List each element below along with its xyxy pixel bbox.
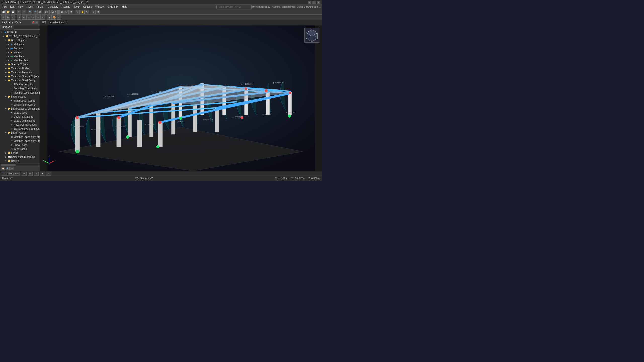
tree-item-effective-lengths[interactable]: ↕ Effective Lengths	[0, 82, 40, 86]
expand-loads[interactable]: ▶	[5, 152, 7, 154]
view-3d[interactable]: 3D	[41, 15, 45, 20]
tree-item-boundary[interactable]: ⊢ Boundary Conditions	[0, 86, 40, 90]
expand-model[interactable]: ▼	[2, 35, 5, 37]
tree-item-basic-objects[interactable]: ▼ 📁 Basic Objects	[0, 38, 40, 42]
zoom-in-button[interactable]: 🔍	[28, 10, 32, 14]
nav-pin-button[interactable]: 📌	[32, 21, 35, 24]
tree-item-snow-loads[interactable]: ❄ Snow Loads	[0, 143, 40, 147]
tree-item-load-cases[interactable]: ⚑ Load Cases	[0, 111, 40, 115]
tree-item-nodes[interactable]: ▶ ● Nodes	[0, 50, 40, 54]
expand-imp[interactable]: ▼	[5, 95, 7, 98]
tree-container[interactable]: ▼ ■ RSTAB8 ▼ 📁 001083_20170920-Halle_FUN…	[0, 30, 40, 164]
view-right[interactable]: R	[31, 15, 36, 20]
search-input[interactable]	[216, 5, 252, 9]
expand-mlsr[interactable]	[7, 91, 10, 94]
scroll-thumb-h[interactable]	[1, 164, 16, 166]
expand-lw[interactable]: ▼	[5, 131, 7, 134]
tree-item-local-imp[interactable]: 〰 Local Imperfections	[0, 103, 40, 107]
expand-snow[interactable]	[7, 144, 10, 146]
view-left[interactable]: L	[26, 15, 31, 20]
tree-item-imperfections[interactable]: ▼ 📁 Imperfections	[0, 95, 40, 99]
viewport-canvas[interactable]: q₀ = 1/300.000 q₀ = 1/250.000 q₀ = 1/300…	[40, 25, 322, 171]
menu-file[interactable]: File	[1, 5, 8, 9]
wireframe-button[interactable]: ⬡	[64, 10, 69, 14]
cube-navigator[interactable]: F L T	[304, 28, 319, 43]
tree-item-rstab8[interactable]: ▼ ■ RSTAB8	[0, 30, 40, 34]
expand-types-nodes[interactable]: ▶	[5, 67, 7, 70]
expand-mlf[interactable]	[7, 140, 10, 142]
expand-types-members[interactable]: ▶	[5, 71, 7, 74]
tree-item-types-special[interactable]: ▶ 📁 Types for Special Objects	[0, 74, 40, 78]
status-btn5[interactable]: ⊾	[46, 172, 51, 176]
tree-item-member-sets[interactable]: ▶ ≡ Member Sets	[0, 58, 40, 62]
view-back[interactable]: B	[22, 15, 26, 20]
close-button[interactable]: ✕	[317, 1, 320, 4]
expand-nodes[interactable]: ▶	[7, 51, 10, 54]
maximize-button[interactable]: □	[312, 1, 316, 4]
snap-button[interactable]: ⊕	[1, 15, 6, 20]
expand-types-steel[interactable]: ▼	[5, 79, 7, 82]
menu-cadbim[interactable]: CAD-BIM	[106, 5, 120, 9]
ic6-dropdown[interactable]: IC6 ▾	[50, 10, 58, 14]
lot-dropdown[interactable]: Lot	[44, 10, 50, 14]
menu-calculate[interactable]: Calculate	[46, 5, 60, 9]
pan-button[interactable]: ✋	[80, 10, 85, 14]
undo-button[interactable]: ↩	[17, 10, 21, 14]
rstab8-tab[interactable]: RSTAB8	[0, 25, 14, 30]
tree-item-mlsr[interactable]: ⊟ Member Local Section Reductions	[0, 90, 40, 95]
menu-edit[interactable]: Edit	[9, 5, 16, 9]
nav-eye-button[interactable]: 👁	[10, 167, 14, 170]
status-btn4[interactable]: ◈	[40, 172, 45, 176]
expand-cd[interactable]: ▶	[5, 156, 7, 158]
expand-boundary[interactable]	[7, 87, 10, 90]
expand-mla[interactable]	[7, 135, 10, 138]
tree-item-materials[interactable]: ▶ ◈ Materials	[0, 42, 40, 46]
tree-item-types-steel[interactable]: ▼ 📁 Types for Steel Design	[0, 78, 40, 82]
zoom-out-button[interactable]: 🔎	[33, 10, 37, 14]
expand-lcc[interactable]: ▼	[5, 107, 7, 110]
status-btn1[interactable]: ⊕	[22, 172, 27, 176]
grid-button[interactable]: ⊞	[6, 15, 10, 20]
viewport[interactable]: IC6 Imperfections [--]	[40, 20, 322, 171]
tree-item-member-loads-free[interactable]: 〜 Member Loads from Free Line Load	[0, 139, 40, 143]
label-button[interactable]: 🏷	[57, 15, 61, 20]
expand-materials[interactable]: ▶	[7, 43, 10, 46]
expand-sections[interactable]: ▶	[7, 47, 10, 50]
menu-help[interactable]: Help	[120, 5, 129, 9]
fit-button[interactable]: ⊞	[37, 10, 42, 14]
expand-imp-cases[interactable]	[7, 99, 10, 102]
tree-item-static-analysis[interactable]: ⚙ Static Analysis Settings	[0, 127, 40, 131]
tree-item-result-comb[interactable]: ⊗ Result Combinations	[0, 123, 40, 127]
tree-item-load-cases-comb[interactable]: ▼ 📁 Load Cases & Combinations	[0, 107, 40, 111]
tree-item-sections[interactable]: ▶ ▬ Sections	[0, 46, 40, 50]
view-top[interactable]: T	[36, 15, 41, 20]
expand-results[interactable]: ▼	[5, 160, 7, 162]
expand-rcomb[interactable]	[7, 123, 10, 126]
select-button[interactable]: ↖	[85, 10, 89, 14]
tree-item-types-nodes[interactable]: ▶ 📁 Types for Nodes	[0, 66, 40, 70]
expand-sa[interactable]	[7, 127, 10, 130]
minimize-button[interactable]: −	[308, 1, 311, 4]
tree-item-special[interactable]: ▶ 📁 Special Objects	[0, 62, 40, 66]
open-button[interactable]: 📂	[6, 10, 10, 14]
menu-tools[interactable]: Tools	[72, 5, 81, 9]
tree-item-load-comb[interactable]: ⊕ Load Combinations	[0, 119, 40, 123]
tree-item-wind-loads[interactable]: 🌬 Wind Loads	[0, 147, 40, 151]
expand-local-imp[interactable]	[7, 103, 10, 106]
menu-view[interactable]: View	[16, 5, 25, 9]
tree-item-calc-diagrams[interactable]: ▶ 📊 Calculation Diagrams	[0, 155, 40, 159]
rotate-button[interactable]: ↻	[75, 10, 80, 14]
expand-types-special[interactable]: ▶	[5, 75, 7, 78]
render-button[interactable]: ▣	[59, 10, 64, 14]
redo-button[interactable]: ↪	[22, 10, 26, 14]
tree-item-load-wizards[interactable]: ▼ 📁 Load Wizards	[0, 131, 40, 135]
menu-options[interactable]: Options	[82, 5, 93, 9]
new-button[interactable]: 📄	[1, 10, 6, 14]
color-button[interactable]: 🎨	[52, 15, 56, 20]
expand-members[interactable]: ▶	[7, 55, 10, 58]
scroll-bar-horizontal[interactable]	[0, 164, 40, 166]
tree-item-results[interactable]: ▼ 📁 Results	[0, 159, 40, 163]
tree-item-members[interactable]: ▶ — Members	[0, 54, 40, 58]
tree-item-design-sit[interactable]: ◇ Design Situations	[0, 115, 40, 119]
tree-item-types-members[interactable]: ▶ 📁 Types for Members	[0, 70, 40, 74]
